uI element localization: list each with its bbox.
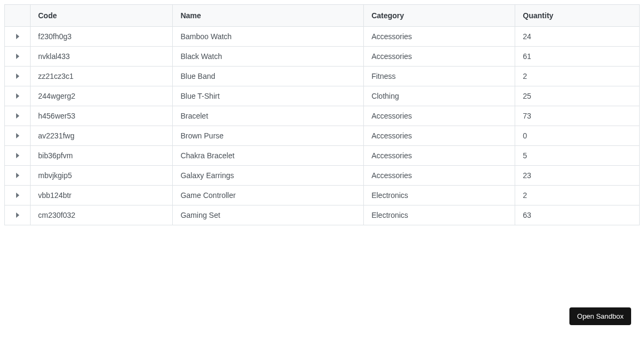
cell-code: vbb124btr: [31, 186, 173, 205]
column-header-quantity: Quantity: [515, 5, 640, 27]
row-expander-cell[interactable]: [5, 67, 31, 86]
cell-category: Clothing: [364, 86, 515, 106]
table-row: zz21cz3c1Blue BandFitness2: [5, 67, 640, 86]
cell-quantity: 63: [515, 205, 640, 225]
cell-code: nvklal433: [31, 47, 173, 67]
cell-category: Accessories: [364, 47, 515, 67]
row-expander-cell[interactable]: [5, 186, 31, 205]
cell-quantity: 61: [515, 47, 640, 67]
cell-code: h456wer53: [31, 106, 173, 126]
cell-name: Galaxy Earrings: [173, 166, 364, 186]
table-row: av2231fwgBrown PurseAccessories0: [5, 126, 640, 146]
cell-code: zz21cz3c1: [31, 67, 173, 86]
cell-category: Accessories: [364, 146, 515, 166]
cell-category: Accessories: [364, 106, 515, 126]
table-row: h456wer53BraceletAccessories73: [5, 106, 640, 126]
table-row: 244wgerg2Blue T-ShirtClothing25: [5, 86, 640, 106]
table-row: cm230f032Gaming SetElectronics63: [5, 205, 640, 225]
cell-category: Electronics: [364, 205, 515, 225]
cell-code: cm230f032: [31, 205, 173, 225]
chevron-right-icon[interactable]: [16, 113, 19, 119]
cell-code: f230fh0g3: [31, 27, 173, 47]
row-expander-cell[interactable]: [5, 106, 31, 126]
cell-code: av2231fwg: [31, 126, 173, 146]
cell-category: Accessories: [364, 126, 515, 146]
chevron-right-icon[interactable]: [16, 193, 19, 198]
cell-name: Blue T-Shirt: [173, 86, 364, 106]
table-row: nvklal433Black WatchAccessories61: [5, 47, 640, 67]
cell-category: Accessories: [364, 166, 515, 186]
chevron-right-icon[interactable]: [16, 153, 19, 158]
cell-quantity: 24: [515, 27, 640, 47]
cell-name: Black Watch: [173, 47, 364, 67]
column-header-category: Category: [364, 5, 515, 27]
cell-code: bib36pfvm: [31, 146, 173, 166]
column-header-code: Code: [31, 5, 173, 27]
table-row: bib36pfvmChakra BraceletAccessories5: [5, 146, 640, 166]
cell-code: 244wgerg2: [31, 86, 173, 106]
cell-name: Bracelet: [173, 106, 364, 126]
table-row: f230fh0g3Bamboo WatchAccessories24: [5, 27, 640, 47]
products-table: Code Name Category Quantity f230fh0g3Bam…: [4, 4, 640, 225]
cell-quantity: 2: [515, 67, 640, 86]
table-row: mbvjkgip5Galaxy EarringsAccessories23: [5, 166, 640, 186]
cell-name: Blue Band: [173, 67, 364, 86]
table-header-row: Code Name Category Quantity: [5, 5, 640, 27]
cell-category: Electronics: [364, 186, 515, 205]
table-row: vbb124btrGame ControllerElectronics2: [5, 186, 640, 205]
row-expander-cell[interactable]: [5, 126, 31, 146]
cell-quantity: 2: [515, 186, 640, 205]
cell-code: mbvjkgip5: [31, 166, 173, 186]
chevron-right-icon[interactable]: [16, 34, 19, 39]
cell-name: Chakra Bracelet: [173, 146, 364, 166]
row-expander-cell[interactable]: [5, 205, 31, 225]
column-header-expander: [5, 5, 31, 27]
row-expander-cell[interactable]: [5, 146, 31, 166]
cell-name: Brown Purse: [173, 126, 364, 146]
column-header-name: Name: [173, 5, 364, 27]
chevron-right-icon[interactable]: [16, 173, 19, 178]
cell-name: Bamboo Watch: [173, 27, 364, 47]
chevron-right-icon[interactable]: [16, 93, 19, 99]
cell-category: Fitness: [364, 67, 515, 86]
cell-quantity: 5: [515, 146, 640, 166]
row-expander-cell[interactable]: [5, 166, 31, 186]
chevron-right-icon[interactable]: [16, 133, 19, 138]
open-sandbox-button[interactable]: Open Sandbox: [569, 307, 631, 325]
cell-name: Game Controller: [173, 186, 364, 205]
cell-quantity: 25: [515, 86, 640, 106]
row-expander-cell[interactable]: [5, 27, 31, 47]
row-expander-cell[interactable]: [5, 47, 31, 67]
cell-quantity: 23: [515, 166, 640, 186]
chevron-right-icon[interactable]: [16, 74, 19, 79]
row-expander-cell[interactable]: [5, 86, 31, 106]
chevron-right-icon[interactable]: [16, 212, 19, 218]
cell-quantity: 0: [515, 126, 640, 146]
cell-category: Accessories: [364, 27, 515, 47]
chevron-right-icon[interactable]: [16, 54, 19, 59]
cell-quantity: 73: [515, 106, 640, 126]
cell-name: Gaming Set: [173, 205, 364, 225]
